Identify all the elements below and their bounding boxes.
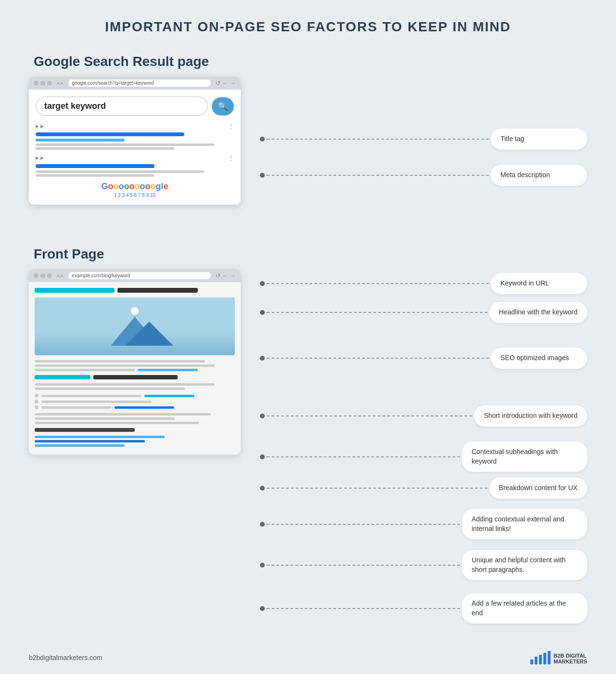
g-yellow2: o [134,181,140,191]
section2-heading: Front Page [29,246,260,262]
footer-brand-line1: B2B DIGITAL [553,653,587,659]
bar2 [535,657,538,664]
browser-aa: A A [57,81,64,86]
fp-browser-bar: A A example.com/blog/keyword ↺ ← → [29,269,241,282]
google-left-panel: Google Search Result page A A google.com… [29,54,260,205]
google-search-box: target keyword [36,96,208,116]
headline-connector: Headline with the keyword [260,302,587,323]
meta-desc-dot [260,173,265,178]
short-intro-dot [260,414,265,418]
fp-hero-image [35,298,235,355]
fp-browser-nav: ↺ ← → [216,272,236,279]
fp-url: example.com/blog/keyword [68,272,211,279]
g-blue2: o [118,181,124,191]
result-arrow-1: ▶ ▶ [36,124,44,129]
keyword-url-label: Keyword in URL [491,273,587,294]
fp-bullet-line-1a [41,395,141,397]
links-dashed [267,524,460,525]
contextual-label: Contextual subheadings with keyword [462,441,587,472]
fp-bullet-dot-1 [35,394,38,398]
result-menu-2: ⋮ [228,155,234,161]
fp-subheading-cyan [35,375,90,379]
fp-bullet-3 [35,405,235,409]
fp-bullet-line-1b [144,395,194,397]
fp-intro-gray-short [35,369,135,371]
fp-dot2 [40,273,45,278]
unique-dot [260,563,265,568]
breakdown-dot [260,486,265,491]
related-dashed [267,608,460,609]
seo-images-label: SEO optimized images [491,348,587,369]
search-result-2: ▶ ▶ ⋮ [36,155,234,177]
browser-dots [34,81,52,86]
fp-intro-block [35,360,235,371]
g-yellow3: o [150,181,155,191]
fp-forward: → [230,272,236,279]
back-icon: ← [222,80,228,87]
fp-content-block1 [35,383,235,390]
google-browser-bar: A A google.com/search?q=target=keyword ↺… [29,77,241,90]
fp-c2-3 [35,422,199,424]
g-blue4: g [155,181,161,191]
fp-subheading-row [35,375,235,379]
bar5 [548,651,551,664]
footer-brand-line2: MARKETERS [553,659,587,664]
breakdown-dashed [267,488,488,489]
section-frontpage: Front Page A A example.com/blog/keyword … [29,246,587,622]
frontpage-browser-mockup: A A example.com/blog/keyword ↺ ← → [29,269,241,454]
footer: b2bdigitalmarketers.com B2B DIGITAL MARK… [29,651,587,664]
fp-related-1 [35,436,165,438]
fp-headline-cyan [35,288,115,293]
meta-desc-label: Meta description [491,165,587,186]
fp-back: ← [222,272,228,279]
g-red2: o [129,181,134,191]
fp-bullet-line-2 [41,401,152,403]
google-url: google.com/search?q=target=keyword [68,79,211,87]
keyword-url-dot [260,281,265,286]
fp-related-2 [35,440,145,442]
fp-headline-row [35,288,235,293]
keyword-url-dashed [267,283,489,284]
result-desc-1a [36,143,214,146]
short-intro-connector: Short introduction with keyword [260,405,587,427]
fp-subheading-dark [93,375,178,379]
browser-nav: ↺ ← → [216,80,236,87]
short-intro-label: Short introduction with keyword [474,405,587,427]
fp-content-block2 [35,413,235,424]
g-red4: e [164,181,168,191]
unique-label: Unique and helpful content with short pa… [462,550,587,580]
g-red3: o [145,181,150,191]
result-subtitle-line-1 [36,139,125,142]
fp-bullet-line-3a [41,406,112,409]
g-red: o [108,181,113,191]
headline-label: Headline with the keyword [489,302,587,323]
frontpage-left-panel: Front Page A A example.com/blog/keyword … [29,246,260,454]
google-search-bar-row: target keyword 🔍 [36,96,234,116]
fp-intro-blue-row [35,369,235,371]
headline-dot [260,310,265,315]
fp-reload: ↺ [216,272,220,279]
result-desc-2b [36,174,154,177]
headline-dashed [267,312,488,313]
google-pages: 1 2 3 4 5 6 7 8 9 10 [36,193,234,198]
contextual-subheadings-connector: Contextual subheadings with keyword [260,441,587,472]
fp-c1-1 [35,383,215,386]
result-desc-2a [36,170,204,173]
fp-headline-dark [117,288,197,293]
main-title: IMPORTANT ON-PAGE SEO FACTORS TO KEEP IN… [29,19,587,35]
google-browser-mockup: A A google.com/search?q=target=keyword ↺… [29,77,241,205]
meta-desc-dashed [267,175,489,176]
forward-icon: → [230,80,236,87]
result-divider-2: ▶ ▶ ⋮ [36,155,234,161]
breakdown-label: Breakdown content for UX [489,478,587,499]
title-tag-connector-row: Title tag [260,129,587,150]
fp-browser-content [29,282,241,454]
search-result-1: ▶ ▶ ⋮ [36,123,234,150]
links-connector: Adding contextual external and internal … [260,509,587,539]
seo-images-dashed [267,358,489,359]
seo-images-connector: SEO optimized images [260,348,587,369]
fp-bullet-2 [35,400,235,403]
links-dot [260,522,265,527]
unique-content-connector: Unique and helpful content with short pa… [260,550,587,580]
google-search-button: 🔍 [212,97,234,116]
